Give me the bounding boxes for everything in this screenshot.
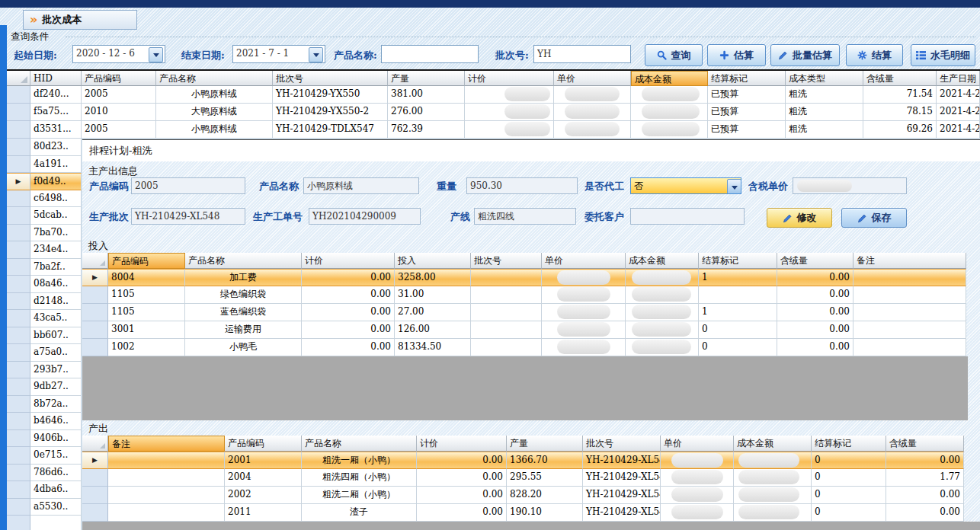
end-date-dropdown-button[interactable]	[309, 47, 323, 62]
row-selector[interactable]	[82, 286, 108, 304]
main-grid-cell-ctype[interactable]: 粗洗	[786, 121, 863, 139]
row-selector[interactable]	[7, 86, 30, 104]
table-cell-note[interactable]	[853, 286, 966, 304]
main-grid-cell-qty[interactable]: 762.39	[388, 121, 465, 139]
row-selector[interactable]	[7, 241, 30, 259]
table-cell-settle[interactable]: 0	[812, 469, 886, 487]
row-selector[interactable]	[82, 504, 108, 522]
table-header-cell[interactable]: 产品名称	[302, 436, 417, 452]
table-cell-name[interactable]: 运输费用	[185, 321, 302, 339]
table-cell-name[interactable]: 小鸭毛	[185, 339, 302, 356]
field-input-2[interactable]: 小鸭原料绒	[303, 177, 419, 194]
table-cell-qty[interactable]: 1366.70	[507, 452, 583, 469]
row-selector[interactable]	[7, 327, 30, 345]
row-selector[interactable]	[7, 396, 30, 413]
table-cell-batch[interactable]	[471, 304, 542, 321]
main-grid-cell-hid[interactable]: d2148..	[30, 293, 82, 311]
row-selector[interactable]	[7, 293, 30, 311]
is-outsourced-combo[interactable]: 否	[630, 177, 741, 194]
table-cell-code[interactable]: 1002	[108, 339, 185, 356]
main-grid-cell-hid[interactable]: 786d6..	[30, 465, 82, 482]
field-input-4[interactable]	[630, 208, 745, 225]
table-cell-calc[interactable]: 0.00	[302, 339, 395, 356]
table-cell-qty[interactable]: 828.20	[507, 487, 583, 504]
table-cell-name[interactable]: 绿色编织袋	[185, 286, 302, 304]
table-cell-qty[interactable]: 295.55	[507, 469, 583, 487]
row-selector[interactable]: ▶	[7, 173, 30, 190]
field-input-5[interactable]	[793, 177, 907, 194]
table-cell-cost[interactable]	[626, 321, 699, 339]
table-cell-name[interactable]: 粗洗一厢（小鸭）	[302, 452, 417, 469]
table-cell-unit[interactable]	[661, 487, 734, 504]
main-grid-cell-calc[interactable]	[465, 104, 554, 121]
table-cell-cost[interactable]	[626, 339, 699, 356]
row-selector[interactable]	[82, 321, 108, 339]
main-grid-cell-hid[interactable]: 43ca5..	[30, 310, 82, 327]
table-cell-code[interactable]: 2011	[225, 504, 302, 522]
table-cell-down[interactable]: 0.00	[777, 339, 853, 356]
table-cell-calc[interactable]: 0.00	[302, 269, 395, 286]
row-selector[interactable]	[7, 156, 30, 174]
main-grid-cell-hid[interactable]: f5a75...	[30, 104, 82, 121]
table-cell-calc[interactable]: 0.00	[417, 487, 507, 504]
start-date-dropdown-button[interactable]	[149, 47, 163, 62]
start-date-combo[interactable]: 2020 - 12 - 6	[72, 45, 165, 63]
main-grid-header-cell[interactable]: 产品名称	[156, 71, 273, 86]
row-selector[interactable]	[7, 139, 30, 156]
row-selector[interactable]	[7, 481, 30, 499]
table-cell-down[interactable]: 0.00	[777, 321, 853, 339]
table-cell-note[interactable]	[853, 321, 966, 339]
table-cell-down[interactable]: 0.00	[777, 304, 853, 321]
main-grid-cell-date[interactable]: 2021-4-29	[937, 104, 980, 121]
tab-batch-cost[interactable]: » 批次成本	[23, 10, 137, 30]
table-cell-calc[interactable]: 0.00	[302, 321, 395, 339]
table-cell-settle[interactable]: 0	[812, 487, 886, 504]
table-header-cell[interactable]: 产品编码	[108, 253, 185, 269]
table-cell-note[interactable]	[853, 269, 966, 286]
main-grid-cell-calc[interactable]	[465, 86, 554, 104]
row-selector[interactable]	[7, 465, 30, 482]
main-grid-cell-cost[interactable]	[631, 104, 708, 121]
main-grid-cell-down[interactable]: 69.26	[863, 121, 937, 139]
table-header-cell[interactable]: 批次号	[583, 436, 661, 452]
table-cell-note[interactable]	[108, 469, 225, 487]
main-grid-cell-name[interactable]: 小鸭原料绒	[156, 86, 273, 104]
end-date-combo[interactable]: 2021 - 7 - 1	[232, 45, 325, 63]
table-select-all-header[interactable]	[82, 253, 108, 269]
table-header-cell[interactable]: 计价	[302, 253, 395, 269]
table-cell-settle[interactable]: 1	[699, 304, 777, 321]
table-header-cell[interactable]: 产品名称	[185, 253, 302, 269]
main-grid-cell-ctype[interactable]: 粗洗	[786, 86, 863, 104]
main-grid-header-cell[interactable]: 含绒量	[863, 71, 937, 86]
table-cell-code[interactable]: 8004	[108, 269, 185, 286]
main-grid-cell-hid[interactable]: 08a46..	[30, 276, 82, 293]
save-button[interactable]: 保存	[841, 208, 907, 228]
table-cell-settle[interactable]: 0	[812, 452, 886, 469]
table-header-cell[interactable]: 备注	[853, 253, 966, 269]
main-grid-cell-hid[interactable]: a5530..	[30, 499, 82, 516]
row-selector[interactable]	[82, 469, 108, 487]
batch-no-input[interactable]	[533, 45, 631, 63]
main-grid-cell-hid[interactable]: 8b72a..	[30, 396, 82, 413]
row-selector[interactable]	[82, 487, 108, 504]
table-cell-code[interactable]: 1105	[108, 286, 185, 304]
table-cell-name[interactable]: 加工费	[185, 269, 302, 286]
main-grid-cell-code[interactable]: 2005	[82, 86, 156, 104]
field-input-1[interactable]: 2005	[131, 177, 245, 194]
table-header-cell[interactable]: 投入	[395, 253, 471, 269]
main-grid-cell-hid[interactable]: 80d23..	[30, 139, 82, 156]
main-grid-cell-hid[interactable]: 234e4..	[30, 241, 82, 259]
table-cell-code[interactable]: 2001	[225, 452, 302, 469]
table-cell-settle[interactable]: 0	[812, 504, 886, 522]
field-input-1[interactable]: YH-210429-XL548	[131, 208, 245, 225]
table-cell-batch[interactable]: YH-210429-XL548	[583, 469, 661, 487]
main-grid-cell-name[interactable]: 大鸭原料绒	[156, 104, 273, 121]
main-grid-cell-unit[interactable]	[554, 104, 631, 121]
table-cell-unit[interactable]	[542, 286, 626, 304]
row-selector[interactable]	[7, 121, 30, 139]
row-selector[interactable]	[82, 339, 108, 356]
main-grid-cell-cost[interactable]	[631, 121, 708, 139]
table-cell-down[interactable]: 0.00	[886, 487, 964, 504]
main-grid-cell-down[interactable]: 71.54	[863, 86, 937, 104]
main-grid-cell-qty[interactable]: 381.00	[388, 86, 465, 104]
